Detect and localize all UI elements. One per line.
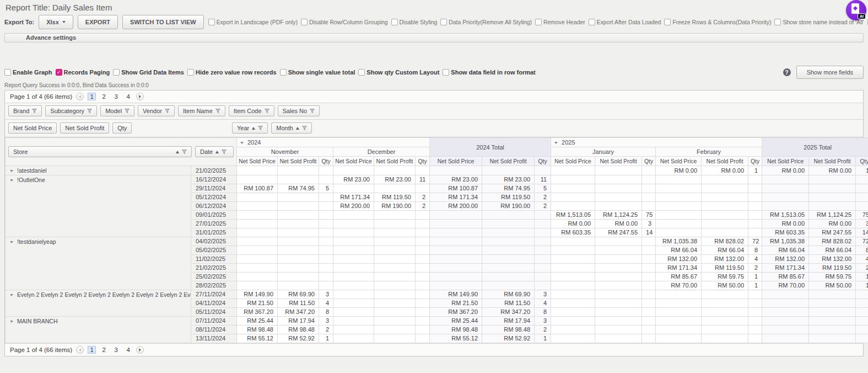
month-header-november[interactable]: November	[237, 147, 333, 157]
column-field-month[interactable]: Month	[271, 122, 312, 134]
value-cell	[702, 220, 748, 228]
value-cell	[374, 211, 416, 220]
pager-next-button[interactable]	[136, 346, 144, 354]
checkbox-show-single-value-total[interactable]	[280, 69, 287, 76]
checkbox-show-store-name-instead-of-all[interactable]	[774, 19, 781, 25]
export-button[interactable]: EXPORT	[78, 15, 118, 29]
collapse-icon[interactable]	[554, 142, 558, 144]
expand-icon[interactable]	[10, 321, 13, 323]
collapse-icon[interactable]	[240, 142, 244, 144]
month-header-february[interactable]: February	[656, 147, 762, 157]
value-cell: 3	[535, 317, 551, 326]
export-option-data-priority-remove-all-styling[interactable]: Data Priority(Remove All Styling)	[440, 19, 532, 25]
help-icon[interactable]: ?	[783, 68, 791, 76]
view-option-show-grid-data-items[interactable]: Show Grid Data Items	[113, 69, 184, 76]
checkbox-remove-header[interactable]	[535, 19, 542, 25]
value-cell: RM 52.92	[482, 334, 535, 343]
value-cell	[535, 264, 551, 273]
view-option-show-single-value-total[interactable]: Show single value total	[280, 69, 355, 76]
view-option-show-data-field-in-row-format[interactable]: Show data field in row format	[443, 69, 535, 76]
expand-icon[interactable]	[10, 294, 13, 296]
expand-icon[interactable]	[10, 170, 13, 172]
filter-funnel-icon[interactable]	[165, 109, 170, 113]
checkbox-freeze-rows-columns-data-priority[interactable]	[664, 19, 671, 25]
show-more-fields-button[interactable]: Show more fields	[796, 66, 864, 79]
checkbox-disable-row-column-grouping[interactable]	[301, 19, 308, 25]
filter-funnel-icon[interactable]	[258, 126, 263, 130]
filter-field-sales-no[interactable]: Sales No	[278, 105, 320, 116]
filter-funnel-icon[interactable]	[310, 109, 315, 113]
data-field-qty[interactable]: Qty	[112, 122, 132, 134]
export-option-disable-row-column-grouping[interactable]: Disable Row/Column Grouping	[301, 19, 388, 25]
export-option-show-store-name-instead-of-all[interactable]: Show store name instead of 'All'	[774, 19, 864, 25]
column-field-year[interactable]: Year	[232, 122, 268, 134]
checkbox-export-in-landscape-pdf-only[interactable]	[208, 19, 215, 25]
pager-prev-button[interactable]	[76, 93, 84, 100]
filter-field-vendor[interactable]: Vendor	[138, 105, 175, 116]
pager-page-1[interactable]: 1	[88, 93, 96, 100]
year-group-2025[interactable]: 2025	[551, 138, 762, 147]
view-option-show-qty-custom-layout[interactable]: Show qty Custom Layout	[358, 69, 439, 76]
value-cell	[535, 220, 551, 228]
pager-page-3[interactable]: 3	[112, 346, 120, 354]
checkbox-enable-graph[interactable]	[4, 69, 11, 76]
view-option-hide-zero-value-row-records[interactable]: Hide zero value row records	[187, 69, 277, 76]
filter-field-item-code[interactable]: Item Code	[229, 105, 274, 116]
checkbox-records-paging[interactable]: ✓	[56, 69, 62, 76]
view-option-records-paging[interactable]: ✓Records Paging	[56, 69, 110, 76]
pager-page-2[interactable]: 2	[100, 346, 108, 354]
export-format-dropdown[interactable]: Xlsx	[39, 15, 73, 29]
filter-funnel-icon[interactable]	[125, 109, 130, 113]
pager-next-button[interactable]	[136, 93, 144, 100]
expand-icon[interactable]	[10, 179, 13, 182]
filter-field-brand[interactable]: Brand	[8, 105, 42, 116]
data-field-net-sold-price[interactable]: Net Sold Price	[8, 122, 57, 134]
month-header-january[interactable]: January	[551, 147, 656, 157]
checkbox-show-data-field-in-row-format[interactable]	[443, 69, 449, 76]
pager-page-3[interactable]: 3	[112, 93, 120, 100]
export-option-export-after-data-loaded[interactable]: Export After Data Loaded	[589, 19, 661, 25]
filter-funnel-icon[interactable]	[87, 109, 92, 113]
filter-funnel-icon[interactable]	[32, 109, 37, 113]
checkbox-export-after-data-loaded[interactable]	[589, 19, 595, 25]
store-group-cell[interactable]: !testdanielyeap	[6, 237, 191, 290]
filter-field-item-name[interactable]: Item Name	[178, 105, 225, 116]
ai-assistant-button[interactable]: AI	[846, 0, 866, 20]
pager-page-4[interactable]: 4	[124, 93, 132, 100]
store-group-cell[interactable]: Evelyn 2 Evelyn 2 Evelyn 2 Evelyn 2 Evel…	[6, 290, 191, 317]
checkbox-hide-zero-value-row-records[interactable]	[187, 69, 194, 76]
value-cell: RM 70.00	[762, 281, 809, 290]
store-group-cell[interactable]: !OutletOne	[6, 175, 191, 237]
row-field-store[interactable]: Store	[8, 146, 192, 157]
store-group-cell[interactable]: MAIN BRANCH	[6, 317, 191, 343]
export-option-disable-styling[interactable]: Disable Styling	[391, 19, 438, 25]
checkbox-show-grid-data-items[interactable]	[113, 69, 120, 76]
filter-funnel-icon[interactable]	[215, 109, 220, 113]
export-option-remove-header[interactable]: Remove Header	[535, 19, 585, 25]
pager-page-1[interactable]: 1	[88, 346, 96, 354]
filter-funnel-icon[interactable]	[265, 109, 269, 113]
view-option-enable-graph[interactable]: Enable Graph	[4, 69, 52, 76]
expand-icon[interactable]	[10, 241, 13, 243]
data-field-net-sold-profit[interactable]: Net Sold Profit	[60, 122, 109, 134]
month-header-december[interactable]: December	[333, 147, 430, 157]
export-option-freeze-rows-columns-data-priority[interactable]: Freeze Rows & Columns(Data Priority)	[664, 19, 771, 25]
advance-settings-bar[interactable]: Advance settings	[4, 33, 864, 42]
pager-page-4[interactable]: 4	[124, 346, 132, 354]
switch-to-list-view-button[interactable]: SWITCH TO LIST VIEW	[122, 15, 204, 29]
filter-funnel-icon[interactable]	[302, 126, 307, 130]
export-option-export-in-landscape-pdf-only[interactable]: Export in Landscape (PDF only)	[208, 19, 298, 25]
row-field-date[interactable]: Date	[195, 146, 234, 157]
pager-prev-button[interactable]	[76, 346, 84, 354]
checkbox-data-priority-remove-all-styling[interactable]	[440, 19, 447, 25]
filter-funnel-icon[interactable]	[182, 150, 187, 154]
filter-funnel-icon[interactable]	[222, 150, 227, 154]
value-cell: 1	[535, 334, 551, 343]
pager-page-2[interactable]: 2	[100, 93, 108, 100]
checkbox-show-qty-custom-layout[interactable]	[358, 69, 365, 76]
filter-field-subcategory[interactable]: Subcategory	[45, 105, 97, 116]
filter-field-model[interactable]: Model	[100, 105, 134, 116]
store-group-cell[interactable]: !atestdaniel	[6, 166, 191, 175]
year-group-2024[interactable]: 2024	[237, 138, 430, 147]
checkbox-disable-styling[interactable]	[391, 19, 398, 25]
